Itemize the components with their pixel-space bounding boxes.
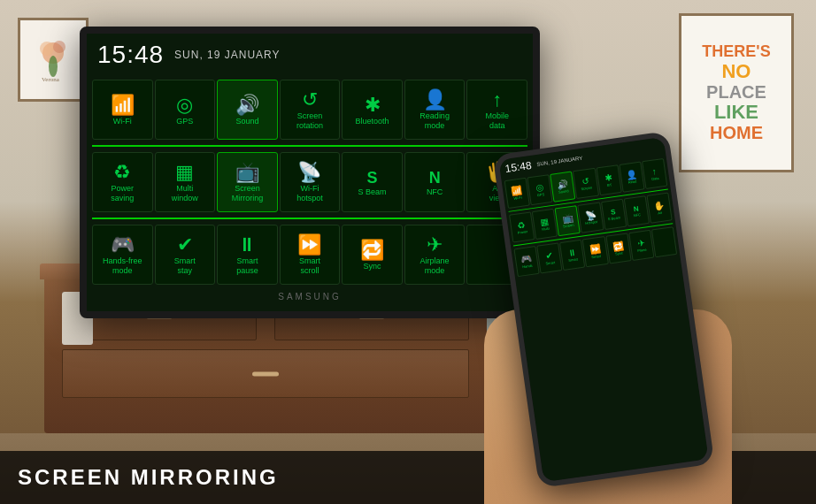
tv-tile-smartstay: ✔ Smartstay [155,225,216,285]
tv-green-bar-2 [92,218,527,219]
phone-tile-scroll: ⏩ Smart [582,236,608,267]
tv-screen: 15:48 SUN, 19 JANUARY 📶 Wi-Fi ◎ GPS 🔊 So… [87,34,533,311]
tv-tile-wifi: 📶 Wi-Fi [92,80,153,140]
svg-point-2 [53,41,65,53]
tv-tile-wifihotspot: 📡 Wi-Fihotspot [280,152,341,212]
svg-text:Verona: Verona [42,76,60,83]
phone-tile-nfc2: N NFC [623,195,649,226]
phone-tile-empty2 [651,226,677,257]
tv-tile-multiwindow: ▦ Multiwindow [155,152,216,212]
phone-tile-sync: 🔁 Sync [605,233,631,263]
tv-tile-nfc: N NFC [404,152,466,212]
tv-tile-sbeam: S S Beam [342,152,403,212]
tv-tile-handsfree: 🎮 Hands-freemode [92,225,153,285]
tv-tile-sync: 🔁 Sync [342,225,403,285]
phone-tile-sbeam2: S S Beam [601,199,627,230]
phone-date: SUN, 19 JANUARY [536,156,583,167]
phone-tile-rotation: ↺ Screen [573,168,598,199]
tv-tile-rotation: ↺ Screenrotation [280,80,341,140]
tv: 15:48 SUN, 19 JANUARY 📶 Wi-Fi ◎ GPS 🔊 So… [80,27,540,318]
tv-tile-gps: ◎ GPS [155,80,216,140]
svg-point-1 [40,42,54,56]
tv-time: 15:48 [97,41,164,69]
phone-tile-data: ↑ Data [642,158,667,189]
phone-tile-hotspot: 📡 Hotspot [578,202,604,233]
phone-tile-power: ♻ Power [509,211,535,242]
wall-art-right: THERE'S NO PLACE LIKE HOME [679,13,794,172]
phone-tile-plane: ✈ Plane [628,230,654,261]
tv-tile-reading: 👤 Readingmode [404,80,466,140]
tv-tile-airplane: ✈ Airplanemode [404,225,466,285]
tv-brand: SAMSUNG [87,288,533,305]
phone-time: 15:48 [504,159,533,175]
tv-tile-sound: 🔊 Sound [217,80,278,140]
tv-grid-row3: 🎮 Hands-freemode ✔ Smartstay ⏸ Smartpaus… [87,221,533,288]
tv-header: 15:48 SUN, 19 JANUARY [87,34,533,76]
phone-tile-stay: ✔ Smart [536,242,562,273]
tv-grid-row2: ♻ Powersaving ▦ Multiwindow 📺 ScreenMirr… [87,149,533,216]
tv-tile-powersaving: ♻ Powersaving [92,152,153,212]
tv-grid-row1: 📶 Wi-Fi ◎ GPS 🔊 Sound ↺ Screenrotation ✱… [87,76,533,143]
phone-tile-gps: ◎ GPS [527,174,553,205]
wall-art-left: Verona [18,18,89,102]
phone-tile-multi: ▦ Multi [532,209,558,240]
tv-tile-mobiledata: ↑ Mobiledata [466,80,527,140]
phone-tile-sound: 🔊 Sound [550,171,575,202]
tv-tile-screenmirroring: 📺 ScreenMirroring [217,152,278,212]
phone-tile-reading: 👤 Read [619,162,644,193]
tv-tile-bluetooth: ✱ Bluetooth [342,80,403,140]
phone-tile-wifi: 📶 Wi-Fi [504,178,530,209]
phone-tile-pause: ⏸ Smart [559,240,585,271]
tv-tile-smartscroll: ⏩ Smartscroll [280,225,341,285]
tv-green-bar-1 [92,145,527,147]
tv-tile-sound-label: Sound [235,117,258,126]
phone-tile-mirroring: 📺 Screen [555,205,581,236]
tv-tile-smartpause: ⏸ Smartpause [217,225,278,285]
tv-date: SUN, 19 JANUARY [174,49,280,61]
svg-point-3 [49,56,58,77]
screen-mirroring-label: SCREEN MIRRORING [18,465,279,490]
phone-tile-hands: 🎮 Hands [513,246,539,277]
phone-tile-airview2: ✋ Air [646,193,672,224]
phone-tile-bluetooth: ✱ BT [596,164,621,195]
